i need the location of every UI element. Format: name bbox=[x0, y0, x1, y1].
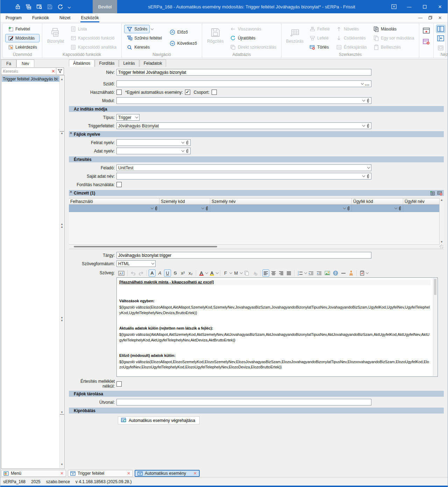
paperclip-icon[interactable] bbox=[186, 140, 189, 145]
paperclip-icon[interactable] bbox=[347, 206, 350, 211]
doc-tab-trigger[interactable]: Trigger feltétel ✕ bbox=[68, 470, 133, 477]
paperclip-icon[interactable] bbox=[367, 174, 370, 178]
delete-row-icon[interactable] bbox=[437, 191, 442, 196]
rogzites-button[interactable]: Rögzítés bbox=[205, 25, 226, 52]
paperclip-icon[interactable] bbox=[205, 206, 208, 211]
adat-nyelv-combo[interactable] bbox=[116, 148, 191, 154]
kovetkezo-button[interactable]: Következő bbox=[167, 39, 199, 48]
align-left-button[interactable] bbox=[262, 269, 269, 277]
col-ugyfel-kod[interactable]: Ügyfél kód bbox=[352, 198, 403, 204]
col-szemely-nev[interactable]: Személy név bbox=[210, 198, 352, 204]
hasznalhato-checkbox[interactable] bbox=[116, 90, 122, 95]
align-center-button[interactable] bbox=[270, 269, 277, 277]
paperclip-icon[interactable] bbox=[186, 149, 189, 153]
scroll-up-icon[interactable]: ▲ bbox=[60, 78, 64, 81]
chevron-down-icon[interactable] bbox=[394, 206, 397, 209]
window-new-record-icon[interactable] bbox=[422, 26, 431, 35]
elozo-button[interactable]: Előző bbox=[167, 28, 199, 36]
scroll-down-icon[interactable]: ▼ bbox=[60, 463, 64, 466]
menu-program[interactable]: Program bbox=[0, 13, 27, 22]
chevron-down-icon[interactable] bbox=[343, 206, 346, 209]
close-button[interactable]: ✕ bbox=[432, 0, 448, 13]
utvonal-field[interactable] bbox=[116, 399, 371, 405]
szovegformatum-combo[interactable]: HTML bbox=[116, 260, 156, 267]
save-icon[interactable] bbox=[47, 4, 52, 9]
kapcsolodo-analitika-button[interactable]: Kapcsolódó analitika bbox=[68, 43, 119, 51]
view-box-icon[interactable] bbox=[436, 44, 445, 52]
maximize-button[interactable] bbox=[417, 0, 432, 13]
kereses-button[interactable]: Keresés bbox=[124, 43, 164, 51]
cell-szemely-kod[interactable] bbox=[159, 205, 210, 212]
font-family-button[interactable]: F bbox=[222, 269, 229, 277]
sidebar-tab-fa[interactable]: Fa bbox=[1, 59, 16, 67]
direkt-szinkronizalas-button[interactable]: Direkt szinkronizálás bbox=[228, 43, 279, 51]
mdi-close-button[interactable]: ✕ bbox=[436, 14, 444, 21]
search-input[interactable] bbox=[3, 69, 51, 74]
szures-button[interactable]: Szűrés bbox=[124, 25, 150, 33]
view-filter-down-icon[interactable] bbox=[447, 40, 448, 48]
doc-tab-auto-event[interactable]: Automatikus esemény ✕ bbox=[135, 470, 200, 477]
targy-input[interactable] bbox=[118, 253, 370, 258]
menu-nezet[interactable]: Nézet bbox=[54, 13, 76, 22]
close-tab-icon[interactable]: ✕ bbox=[60, 471, 64, 476]
felfele-button[interactable]: Felfelé bbox=[307, 25, 332, 33]
grid-vscrollbar[interactable]: ▲▼ bbox=[439, 198, 444, 244]
close-tab-icon[interactable]: ✕ bbox=[127, 471, 130, 476]
utvonal-input[interactable] bbox=[118, 400, 370, 405]
superscript-button[interactable]: x² bbox=[179, 269, 186, 277]
sidebar-scrollbar[interactable]: ▲ ▲ ▲▲ ▼▼ ▼ ▼ bbox=[59, 76, 64, 468]
szulo-more-button[interactable]: ... bbox=[365, 82, 370, 86]
minimize-button[interactable]: — bbox=[401, 0, 417, 13]
tab-leiras[interactable]: Leírás bbox=[119, 59, 139, 67]
szulo-combo[interactable]: ... bbox=[116, 80, 371, 87]
paperclip-icon[interactable] bbox=[155, 206, 158, 211]
col-szemely-kod[interactable]: Személy kód bbox=[159, 198, 210, 204]
torles-button[interactable]: Törlés bbox=[307, 43, 332, 51]
scroll-top-marker-icon[interactable]: ▲ bbox=[60, 131, 64, 135]
szures-dropdown-icon[interactable] bbox=[151, 27, 154, 30]
sidebar-list-item-selected[interactable]: Trigger feltétel Jóváhagyás bi: bbox=[2, 76, 59, 82]
clear-search-icon[interactable]: ✕ bbox=[51, 69, 55, 73]
nev-field[interactable] bbox=[116, 69, 371, 76]
lock-icon[interactable] bbox=[15, 4, 21, 9]
indent-button[interactable] bbox=[307, 269, 315, 277]
align-right-button[interactable] bbox=[278, 269, 285, 277]
collapse-caret-icon[interactable]: ^ bbox=[70, 191, 72, 195]
underline-button[interactable]: U bbox=[164, 269, 171, 277]
lefele-button[interactable]: Lefelé bbox=[307, 34, 332, 42]
chevron-down-icon[interactable] bbox=[182, 141, 184, 143]
font-family-dropdown-icon[interactable] bbox=[229, 271, 232, 274]
numbered-list-button[interactable]: 12 bbox=[296, 269, 304, 277]
felvetel-button[interactable]: Felvétel bbox=[5, 25, 40, 33]
list-dropdown-icon[interactable] bbox=[304, 271, 307, 274]
menu-eszkozok[interactable]: Eszközök bbox=[76, 13, 104, 22]
modul-combo[interactable] bbox=[116, 97, 371, 104]
close-tab-icon[interactable]: ✕ bbox=[193, 471, 197, 476]
chevron-down-icon[interactable] bbox=[367, 166, 370, 169]
collapse-caret-icon[interactable]: ^ bbox=[70, 132, 72, 136]
environment-tab[interactable]: Bevitel bbox=[93, 0, 117, 13]
bizonylat-button[interactable]: Bizonylat bbox=[45, 25, 66, 52]
font-color-dropdown-icon[interactable] bbox=[205, 271, 208, 274]
resize-grip[interactable] bbox=[440, 245, 443, 248]
felado-combo[interactable]: UnitTest bbox=[116, 164, 371, 171]
kapcsolodo-funkcio-button[interactable]: Kapcsolódó funkció bbox=[68, 34, 119, 42]
col-felhasznalo[interactable]: Felhasználó bbox=[69, 198, 159, 204]
ujratoltes-button[interactable]: Újratöltés bbox=[228, 34, 279, 42]
chevron-down-icon[interactable] bbox=[151, 206, 154, 209]
section-cimzett[interactable]: ^ Címzett (1) bbox=[69, 190, 444, 196]
refresh-icon[interactable] bbox=[57, 4, 63, 10]
beszuras-button[interactable]: Beszúrás bbox=[284, 25, 306, 52]
menu-funkciok[interactable]: Funkciók bbox=[27, 13, 54, 22]
window-search-icon[interactable] bbox=[36, 4, 42, 9]
ertesites-melleklet-checkbox[interactable] bbox=[116, 381, 122, 387]
triggerfeltetel-combo[interactable]: Jóváhagyás Bizonylat bbox=[116, 122, 371, 129]
paperclip-icon[interactable] bbox=[367, 123, 370, 128]
chevron-down-icon[interactable] bbox=[362, 99, 365, 101]
clear-format-icon[interactable]: A bbox=[251, 269, 258, 277]
undo-icon[interactable] bbox=[129, 269, 137, 277]
cell-ugyfel-nev[interactable] bbox=[403, 205, 439, 212]
pin-window-icon[interactable] bbox=[386, 0, 401, 13]
col-ugyfel-nev[interactable]: Ügyfél név bbox=[403, 198, 439, 204]
editor-textarea[interactable]: [Használható makrók minta - kikapcsolhat… bbox=[116, 277, 438, 377]
